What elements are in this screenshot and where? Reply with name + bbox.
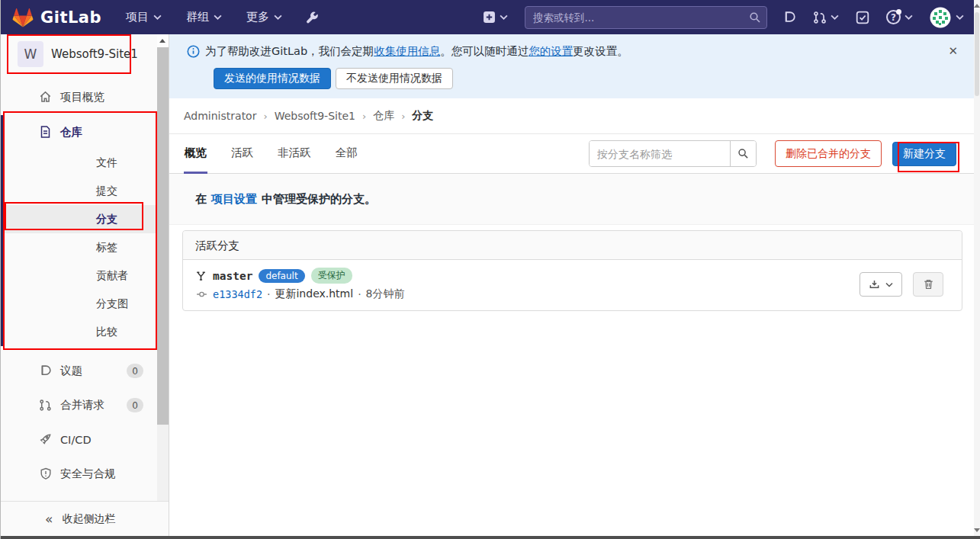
help-icon: ? (886, 10, 901, 24)
global-search-input[interactable] (525, 6, 767, 29)
sidebar-sub-label: 文件 (96, 156, 117, 170)
sidebar-item-branches[interactable]: 分支 (1, 205, 169, 233)
default-badge: default (259, 269, 304, 283)
scroll-up-arrow[interactable] (974, 4, 980, 8)
project-switcher[interactable]: W Websoft9-Site1 (1, 34, 169, 74)
branch-filter (589, 140, 757, 167)
home-icon (39, 91, 52, 103)
branches-toolbar: 概览 活跃 非活跃 全部 删除已合并的分支 新建分支 (169, 134, 975, 174)
collapse-sidebar-button[interactable]: « 收起侧边栏 (1, 501, 169, 536)
commit-icon (195, 289, 208, 300)
chevron-down-icon (153, 14, 162, 20)
tab-stale[interactable]: 非活跃 (277, 134, 312, 174)
sidebar-section-repository: 仓库 文件 提交 分支 标签 贡献者 分支图 比较 (1, 115, 169, 346)
sidebar-sub-label: 贡献者 (96, 269, 128, 283)
merge-request-icon (813, 11, 827, 24)
sidebar-nav: 项目概览 仓库 文件 提交 分支 标签 贡献者 分支图 比较 (1, 80, 169, 525)
note-prefix: 在 (195, 192, 207, 207)
sidebar-item-issues[interactable]: 议题 0 (1, 354, 169, 388)
branch-tabs: 概览 活跃 非活跃 全部 (184, 134, 381, 174)
scrollbar-thumb[interactable] (975, 12, 979, 96)
plus-square-icon (483, 11, 496, 24)
gitlab-home-link[interactable]: GitLab (11, 6, 101, 28)
sidebar-item-label: 仓库 (60, 125, 82, 140)
help-menu-button[interactable]: ? (886, 10, 913, 24)
nav-more-menu[interactable]: 更多 (246, 10, 282, 24)
branch-filter-search-button[interactable] (730, 141, 756, 166)
new-menu-button[interactable] (483, 11, 508, 24)
nav-groups-menu[interactable]: 群组 (186, 10, 222, 24)
brand-name: GitLab (40, 8, 101, 27)
tab-active[interactable]: 活跃 (230, 134, 254, 174)
wrench-icon (305, 11, 319, 24)
new-branch-button[interactable]: 新建分支 (892, 142, 956, 166)
page-scrollbar[interactable] (974, 0, 980, 536)
sidebar-item-label: 议题 (60, 364, 82, 378)
breadcrumb-item[interactable]: 仓库 (373, 109, 394, 123)
sidebar-item-label: CI/CD (60, 434, 92, 446)
merge-requests-button[interactable] (813, 11, 839, 24)
breadcrumb-item[interactable]: Administrator (184, 110, 256, 122)
gitlab-logo-icon (11, 6, 34, 28)
sidebar-item-security[interactable]: 安全与合规 (1, 457, 169, 491)
sidebar-item-cicd[interactable]: CI/CD (1, 422, 169, 457)
tab-all[interactable]: 全部 (335, 134, 358, 174)
delete-merged-branches-button[interactable]: 删除已合并的分支 (775, 140, 882, 167)
issues-dashboard-button[interactable] (782, 11, 796, 24)
sidebar-item-compare[interactable]: 比较 (1, 318, 169, 346)
project-avatar: W (18, 41, 43, 67)
delete-branch-button[interactable] (913, 272, 943, 297)
download-branch-button[interactable] (860, 272, 902, 297)
scroll-up-arrow[interactable] (157, 34, 169, 47)
usage-info-link[interactable]: 收集使用信息 (374, 45, 440, 57)
sidebar-sub-label: 标签 (96, 241, 117, 255)
sidebar-item-contributors[interactable]: 贡献者 (1, 261, 169, 290)
sidebar-item-overview[interactable]: 项目概览 (1, 80, 169, 114)
global-search (525, 6, 767, 29)
sidebar-scrollbar[interactable] (157, 34, 169, 502)
sidebar-sub-label: 分支图 (96, 297, 128, 311)
chevron-down-icon (904, 14, 913, 20)
todo-check-icon (856, 11, 869, 24)
chevron-down-icon (274, 14, 282, 20)
sidebar-item-repository[interactable]: 仓库 (1, 115, 169, 149)
sidebar-item-files[interactable]: 文件 (1, 149, 169, 177)
branch-icon (195, 270, 207, 282)
scrollbar-thumb[interactable] (157, 47, 169, 425)
breadcrumb-item[interactable]: Websoft9-Site1 (275, 110, 355, 122)
shield-icon (39, 467, 52, 480)
user-menu-button[interactable] (930, 7, 964, 28)
rocket-icon (39, 433, 52, 446)
chevron-down-icon (500, 14, 508, 20)
sidebar-item-graph[interactable]: 分支图 (1, 290, 169, 318)
close-icon[interactable]: ✕ (948, 44, 958, 58)
scroll-down-arrow[interactable] (974, 528, 980, 532)
commit-sha-link[interactable]: e1334df2 (213, 288, 262, 300)
sidebar-sub-label: 比较 (96, 326, 117, 339)
breadcrumb-item-current: 分支 (412, 109, 433, 123)
commit-message[interactable]: 更新index.html (275, 287, 353, 301)
banner-text-after: 更改设置。 (573, 45, 628, 57)
todos-button[interactable] (856, 11, 869, 24)
gitlab-window: GitLab 项目 群组 更多 (0, 0, 980, 539)
sidebar-item-commits[interactable]: 提交 (1, 177, 169, 205)
project-settings-link[interactable]: 项目设置 (211, 192, 257, 207)
chevron-down-icon (831, 14, 839, 20)
sidebar-item-label: 合并请求 (60, 398, 104, 412)
sidebar-item-merge-requests[interactable]: 合并请求 0 (1, 388, 169, 422)
send-usage-data-button[interactable]: 发送的使用情况数据 (214, 68, 331, 89)
nav-projects-menu[interactable]: 项目 (126, 10, 162, 24)
breadcrumb: Administrator › Websoft9-Site1 › 仓库 › 分支 (169, 98, 975, 134)
search-icon (737, 148, 749, 159)
usage-ping-banner: 为了帮助改进GitLab，我们会定期收集使用信息。您可以随时通过您的设置更改设置… (169, 34, 975, 98)
your-settings-link[interactable]: 您的设置 (529, 45, 573, 57)
admin-area-button[interactable] (305, 11, 319, 24)
sidebar-item-tags[interactable]: 标签 (1, 233, 169, 261)
tab-overview[interactable]: 概览 (184, 134, 207, 174)
collapse-chevrons-icon: « (45, 512, 53, 527)
branch-filter-input[interactable] (590, 141, 730, 166)
trash-icon (923, 278, 934, 290)
dont-send-usage-data-button[interactable]: 不发送使用情况数据 (336, 68, 453, 89)
sidebar-sub-label: 分支 (96, 213, 117, 226)
branch-name[interactable]: master (213, 270, 252, 282)
